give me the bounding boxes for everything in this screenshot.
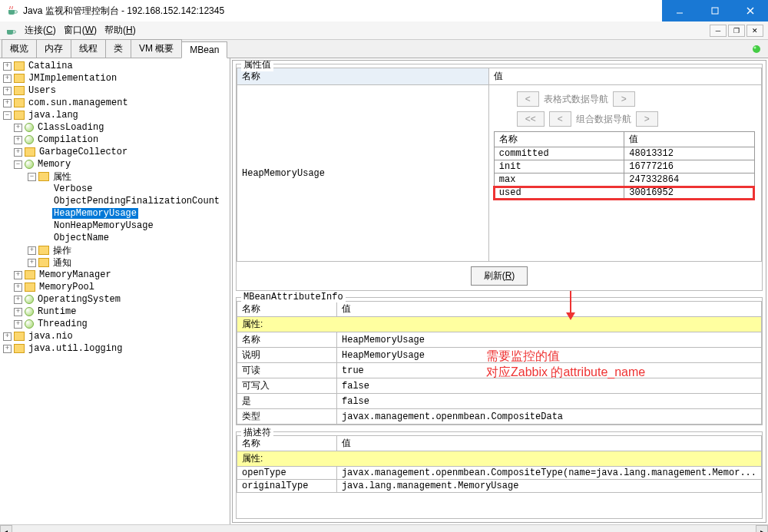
tree-item[interactable]: Runtime: [36, 306, 78, 317]
tab-threads[interactable]: 线程: [71, 39, 106, 58]
comp-val[interactable]: 48013312: [624, 147, 755, 160]
refresh-button[interactable]: 刷新(R): [471, 266, 528, 286]
expander-icon[interactable]: +: [14, 320, 22, 329]
comp-val[interactable]: 16777216: [624, 160, 755, 173]
tree-item[interactable]: MemoryPool: [38, 282, 96, 292]
expander-icon[interactable]: +: [3, 345, 12, 353]
tree-item[interactable]: ObjectName: [52, 233, 111, 243]
expander-icon[interactable]: +: [14, 124, 22, 132]
tree-item[interactable]: ClassLoading: [36, 122, 105, 133]
tree-item[interactable]: Verbose: [52, 183, 94, 194]
expander-icon[interactable]: −: [3, 111, 12, 120]
tree-item[interactable]: 操作: [51, 244, 73, 257]
tree-item[interactable]: Catalina: [27, 61, 74, 71]
comp-key[interactable]: committed: [494, 147, 624, 160]
info-key: 说明: [237, 348, 337, 363]
info-key: 类型: [237, 409, 337, 425]
inner-minimize-button[interactable]: ─: [710, 25, 727, 37]
comp-key[interactable]: init: [494, 160, 624, 173]
tree-item[interactable]: Users: [27, 85, 58, 96]
tab-memory[interactable]: 内存: [36, 39, 71, 58]
tree-item[interactable]: Compilation: [36, 134, 100, 145]
minimize-button[interactable]: [662, 0, 697, 21]
folder-icon: [14, 98, 25, 107]
nav-prev2-button[interactable]: <: [549, 111, 571, 127]
tree-item[interactable]: java.util.logging: [27, 343, 124, 354]
tree-item[interactable]: OperatingSystem: [36, 294, 122, 305]
tab-vm[interactable]: VM 概要: [131, 39, 182, 58]
folder-icon: [14, 61, 25, 71]
comp-key[interactable]: max: [494, 173, 624, 187]
tree-item[interactable]: JMImplementation: [27, 73, 118, 84]
expander-icon[interactable]: +: [28, 246, 36, 255]
tree-item[interactable]: ObjectPendingFinalizationCount: [52, 196, 221, 207]
info-key: 可读: [237, 363, 337, 378]
bean-icon: [25, 307, 34, 316]
nav-next-button[interactable]: >: [613, 91, 635, 107]
tab-mbeans[interactable]: MBean: [181, 41, 227, 58]
expander-icon[interactable]: +: [14, 283, 22, 292]
tree-item[interactable]: java.nio: [27, 331, 74, 342]
folder-icon: [38, 172, 49, 181]
inner-restore-button[interactable]: ❐: [728, 25, 745, 37]
expander-icon[interactable]: +: [3, 332, 12, 341]
expander-icon[interactable]: +: [14, 136, 22, 144]
expander-icon[interactable]: +: [3, 74, 12, 83]
scroll-left-button[interactable]: ◂: [0, 525, 12, 532]
expander-icon[interactable]: +: [14, 296, 22, 304]
info-key: 是: [237, 394, 337, 409]
expander-icon[interactable]: −: [28, 173, 36, 181]
nav-first-button[interactable]: <<: [517, 111, 545, 127]
tree-item[interactable]: Memory: [36, 159, 72, 170]
comp-col-name: 名称: [494, 132, 624, 147]
tab-classes[interactable]: 类: [105, 39, 131, 58]
comp-key[interactable]: used: [494, 187, 624, 200]
tree-item-heapmemoryusage[interactable]: HeapMemoryUsage: [52, 208, 138, 219]
expander-icon[interactable]: +: [14, 148, 22, 157]
groupbox-title-descriptor: 描述符: [241, 426, 273, 439]
tree-item[interactable]: java.lang: [27, 110, 80, 121]
menu-window[interactable]: 窗口(W): [64, 24, 97, 37]
nav-next2-button[interactable]: >: [636, 111, 658, 127]
desc-val: javax.management.openmbean.CompositeType…: [336, 467, 761, 480]
java-icon: [6, 5, 18, 17]
horizontal-scrollbar[interactable]: ◂ ▸: [0, 524, 768, 532]
inner-close-button[interactable]: ✕: [746, 25, 763, 37]
comp-val[interactable]: 247332864: [624, 173, 755, 187]
expander-icon[interactable]: +: [14, 271, 22, 279]
attr-name-cell[interactable]: HeapMemoryUsage: [237, 85, 489, 262]
svg-point-4: [753, 45, 760, 53]
tab-overview[interactable]: 概览: [2, 39, 37, 58]
tree-item[interactable]: MemoryManager: [38, 269, 113, 280]
comp-val[interactable]: 30016952: [624, 187, 755, 200]
java-icon: [5, 25, 17, 37]
tree-item[interactable]: NonHeapMemoryUsage: [52, 220, 155, 231]
expander-icon[interactable]: +: [3, 99, 12, 107]
tree-item[interactable]: 属性: [51, 170, 73, 183]
folder-icon: [14, 74, 25, 83]
bean-icon: [25, 123, 34, 132]
col-name: 名称: [237, 302, 337, 317]
scroll-right-button[interactable]: ▸: [756, 525, 768, 532]
tree-item[interactable]: GarbageCollector: [38, 147, 129, 157]
nav-prev-button[interactable]: <: [517, 91, 539, 107]
connection-status-icon: [751, 44, 762, 55]
expander-icon[interactable]: +: [14, 308, 22, 316]
folder-icon: [14, 111, 25, 120]
menu-help[interactable]: 帮助(H): [104, 24, 136, 37]
maximize-button[interactable]: [697, 0, 733, 21]
close-button[interactable]: [733, 0, 768, 21]
expander-icon[interactable]: +: [3, 62, 12, 71]
groupbox-title-mbeaninfo: MBeanAttributeInfo: [241, 292, 346, 302]
attr-value-cell: < 表格式数据导航 > << < 组合数据导航 > 名称值 committe: [488, 85, 761, 262]
menu-connection[interactable]: 连接(C): [25, 24, 56, 37]
mbean-tree[interactable]: +Catalina +JMImplementation +Users +com.…: [0, 58, 230, 524]
tree-item[interactable]: com.sun.management: [27, 97, 130, 108]
expander-icon[interactable]: +: [3, 87, 12, 95]
bean-icon: [25, 319, 34, 329]
tree-item[interactable]: 通知: [51, 256, 73, 269]
tree-item[interactable]: Threading: [36, 319, 89, 329]
comp-col-value: 值: [624, 132, 755, 147]
expander-icon[interactable]: −: [14, 160, 22, 169]
expander-icon[interactable]: +: [28, 259, 36, 267]
